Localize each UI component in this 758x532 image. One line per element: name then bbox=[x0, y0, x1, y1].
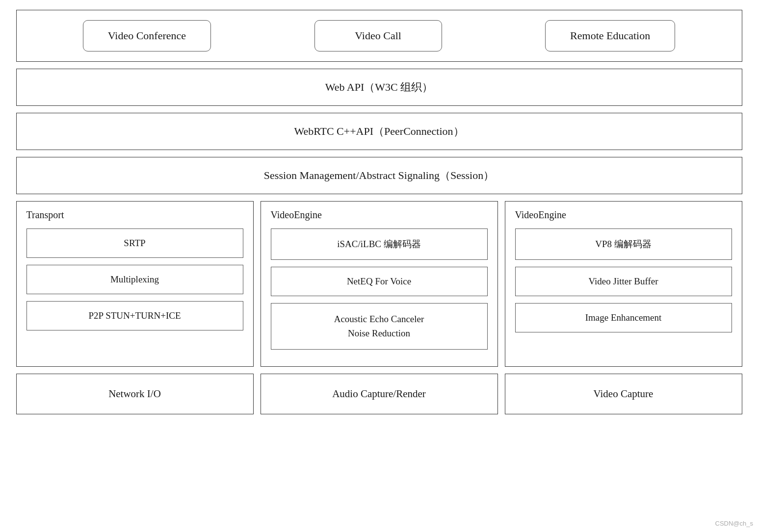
multiplexing-item: Multiplexing bbox=[26, 265, 243, 294]
transport-col: Transport SRTP Multiplexing P2P STUN+TUR… bbox=[16, 201, 254, 367]
neteq-item: NetEQ For Voice bbox=[271, 267, 488, 296]
video-conference-box: Video Conference bbox=[83, 20, 211, 51]
diagram: Video Conference Video Call Remote Educa… bbox=[16, 10, 742, 414]
session-row: Session Management/Abstract Signaling（Se… bbox=[16, 157, 742, 194]
audioengine-title: VideoEngine bbox=[271, 209, 488, 221]
vp8-item: VP8 编解码器 bbox=[515, 228, 732, 260]
video-capture-label: Video Capture bbox=[594, 388, 653, 400]
jitter-item: Video Jitter Buffer bbox=[515, 267, 732, 296]
engines-row: Transport SRTP Multiplexing P2P STUN+TUR… bbox=[16, 201, 742, 367]
srtp-item: SRTP bbox=[26, 228, 243, 258]
videoengine-col: VideoEngine VP8 编解码器 Video Jitter Buffer… bbox=[505, 201, 742, 367]
network-io-box: Network I/O bbox=[16, 374, 254, 414]
video-conference-label: Video Conference bbox=[108, 29, 186, 42]
webrtc-row: WebRTC C++API（PeerConnection） bbox=[16, 113, 742, 150]
network-io-label: Network I/O bbox=[108, 388, 161, 400]
apps-row: Video Conference Video Call Remote Educa… bbox=[16, 10, 742, 62]
video-call-label: Video Call bbox=[355, 29, 401, 42]
webapi-label: Web API（W3C 组织） bbox=[325, 81, 433, 93]
watermark: CSDN@ch_s bbox=[715, 520, 754, 527]
webrtc-label: WebRTC C++API（PeerConnection） bbox=[294, 125, 464, 137]
webapi-row: Web API（W3C 组织） bbox=[16, 69, 742, 106]
isac-item: iSAC/iLBC 编解码器 bbox=[271, 228, 488, 260]
image-item: Image Enhancement bbox=[515, 303, 732, 332]
remote-education-label: Remote Education bbox=[570, 29, 650, 42]
video-call-box: Video Call bbox=[314, 20, 442, 51]
audioengine-col: VideoEngine iSAC/iLBC 编解码器 NetEQ For Voi… bbox=[261, 201, 498, 367]
audio-capture-label: Audio Capture/Render bbox=[332, 388, 426, 400]
transport-title: Transport bbox=[26, 209, 243, 221]
bottom-row: Network I/O Audio Capture/Render Video C… bbox=[16, 374, 742, 414]
p2p-item: P2P STUN+TURN+ICE bbox=[26, 301, 243, 330]
echo-item: Acoustic Echo CancelerNoise Reduction bbox=[271, 303, 488, 350]
videoengine-title: VideoEngine bbox=[515, 209, 732, 221]
remote-education-box: Remote Education bbox=[545, 20, 675, 51]
video-capture-box: Video Capture bbox=[505, 374, 742, 414]
audio-capture-box: Audio Capture/Render bbox=[261, 374, 498, 414]
session-label: Session Management/Abstract Signaling（Se… bbox=[264, 169, 494, 181]
